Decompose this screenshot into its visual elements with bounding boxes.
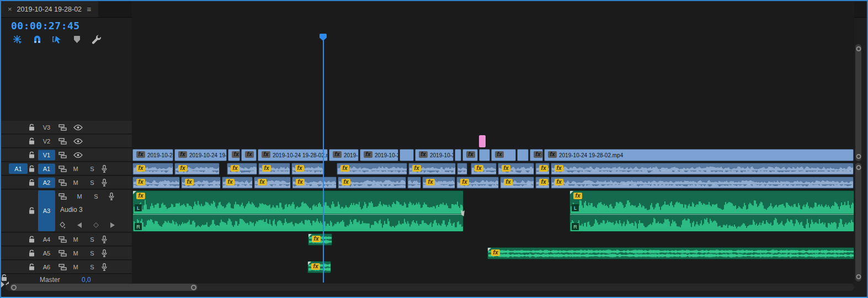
solo-button[interactable]: S	[88, 264, 96, 270]
fx-badge[interactable]: fx	[333, 151, 342, 158]
fx-badge[interactable]: fx	[232, 151, 240, 158]
lane-a5[interactable]: fx	[132, 247, 854, 260]
snap-magnet-icon[interactable]	[32, 34, 42, 44]
v1-clip[interactable]	[479, 149, 490, 161]
scrollbar-handle[interactable]	[856, 274, 861, 279]
sync-lock-icon[interactable]	[58, 179, 67, 186]
a1-clip[interactable]: fx	[471, 163, 497, 175]
solo-button[interactable]: S	[92, 193, 100, 200]
v1-clip[interactable]: fx2019-1	[329, 149, 359, 161]
a3-clip[interactable]: LRfx	[569, 190, 854, 232]
fx-badge[interactable]: fx	[539, 179, 548, 185]
a2-clip[interactable]: fx	[292, 177, 337, 189]
sync-lock-icon[interactable]	[58, 166, 67, 172]
toggle-track-output-eye-icon[interactable]	[73, 152, 83, 158]
a1-clip[interactable]	[457, 163, 467, 175]
current-timecode[interactable]: 00:00:27:45	[11, 20, 80, 31]
source-patch-button[interactable]: A1	[9, 163, 28, 174]
a2-clip[interactable]: fx	[456, 177, 499, 189]
a2-clip[interactable]: fx	[422, 177, 455, 189]
lock-icon[interactable]	[29, 179, 35, 186]
fx-badge[interactable]: fx	[419, 151, 428, 158]
track-name-button[interactable]: V2	[38, 136, 55, 146]
zoom-handle-right[interactable]	[191, 285, 196, 290]
fx-badge[interactable]: fx	[295, 165, 304, 172]
sync-lock-icon[interactable]	[58, 264, 67, 270]
scrollbar-handle[interactable]	[856, 46, 861, 51]
fx-badge[interactable]: fx	[296, 179, 305, 185]
sync-lock-icon[interactable]	[58, 193, 67, 200]
v1-clip[interactable]: fx2019-10-24 1	[360, 149, 398, 161]
a2-clip[interactable]: fx	[338, 177, 406, 189]
fx-badge[interactable]: fx	[555, 179, 563, 185]
add-keyframe-icon[interactable]	[93, 222, 99, 228]
v2-clip[interactable]	[479, 135, 486, 147]
a2-clip[interactable]: fx	[132, 177, 180, 189]
voiceover-mic-icon[interactable]	[102, 179, 107, 187]
v1-clip[interactable]: fx2019-10-24	[415, 149, 454, 161]
sync-lock-icon[interactable]	[58, 124, 67, 131]
a1-clip[interactable]: fx	[291, 163, 324, 175]
mute-button[interactable]: M	[72, 264, 79, 270]
lock-icon[interactable]	[29, 236, 35, 243]
fx-badge[interactable]: fx	[340, 165, 349, 172]
sync-lock-icon[interactable]	[58, 250, 67, 257]
audio-tracks-scrollbar[interactable]	[855, 163, 861, 281]
zoom-handle-left[interactable]	[11, 285, 17, 290]
horizontal-scrollbar[interactable]	[10, 284, 198, 291]
fx-badge[interactable]: fx	[460, 179, 469, 185]
a1-clip[interactable]: fx	[258, 163, 290, 175]
v1-clip[interactable]: fx	[491, 149, 516, 161]
a4-clip[interactable]: fx	[308, 233, 332, 246]
fx-badge[interactable]: fx	[178, 151, 187, 158]
lane-v1[interactable]: fx2019-10-24 1fx2019-10-24 19-28-fxfxfx2…	[132, 148, 854, 162]
v1-clip[interactable]	[455, 149, 461, 161]
fx-badge[interactable]: fx	[504, 179, 513, 185]
track-name-button[interactable]: A1	[38, 163, 55, 174]
v1-clip[interactable]: fx2019-10-24 19-28-02.mp4	[258, 149, 328, 161]
a1-clip[interactable]: fx	[132, 163, 173, 175]
sync-lock-icon[interactable]	[58, 236, 67, 243]
fx-badge[interactable]: fx	[231, 165, 239, 172]
fx-badge[interactable]: fx	[262, 151, 270, 158]
a2-clip[interactable]: fx	[181, 177, 221, 189]
lane-a1[interactable]: fxfxfxfxfxfxfxfxfxfxfx	[132, 162, 854, 175]
v1-clip[interactable]: fx2019-10-24 19-28-	[174, 149, 227, 161]
a6-clip[interactable]: fx	[307, 261, 331, 273]
voiceover-mic-icon[interactable]	[102, 165, 107, 173]
lane-a2[interactable]: fxfxfxfxfxfxfxfxfxfxfx	[132, 176, 854, 189]
fx-badge[interactable]: fx	[555, 165, 563, 172]
fx-badge[interactable]: fx	[342, 179, 350, 185]
timeline-settings-wrench-icon[interactable]	[92, 34, 102, 44]
voiceover-mic-icon[interactable]	[102, 236, 107, 243]
sequence-tab-title[interactable]: 2019-10-24 19-28-02	[17, 6, 82, 13]
lane-v2[interactable]	[132, 135, 854, 148]
fx-badge[interactable]: fx	[548, 151, 557, 158]
keyframe-toggle-icon[interactable]	[60, 222, 66, 228]
lock-icon[interactable]	[1, 274, 132, 281]
mute-button[interactable]: M	[72, 250, 79, 257]
lane-a6[interactable]: fx	[132, 260, 854, 274]
a2-clip[interactable]	[407, 177, 421, 189]
a1-clip[interactable]: fx	[337, 163, 407, 175]
toggle-track-output-eye-icon[interactable]	[73, 125, 83, 130]
fx-badge[interactable]: fx	[364, 151, 372, 158]
fx-badge[interactable]: fx	[495, 151, 504, 158]
track-name-button[interactable]: V3	[38, 122, 55, 132]
fx-badge[interactable]: fx	[475, 165, 483, 172]
a2-clip[interactable]: fx	[535, 177, 550, 189]
lane-a4[interactable]: fx	[132, 233, 854, 246]
a1-clip[interactable]: fx	[174, 163, 220, 175]
video-tracks-scrollbar[interactable]	[855, 44, 861, 161]
a3-clip[interactable]: LRfx	[132, 190, 464, 232]
fx-badge[interactable]: fx	[258, 179, 267, 185]
fx-badge[interactable]: fx	[136, 151, 145, 158]
timeline-clip-area[interactable]: fx2019-10-24 1fx2019-10-24 19-28-fxfxfx2…	[132, 1, 854, 283]
fx-badge[interactable]: fx	[539, 165, 548, 172]
mute-button[interactable]: M	[76, 193, 83, 200]
scrollbar-handle[interactable]	[856, 154, 861, 159]
v1-clip[interactable]: fx	[228, 149, 240, 161]
a2-clip[interactable]: fx	[551, 177, 854, 189]
mute-button[interactable]: M	[72, 166, 79, 172]
track-name-button[interactable]: V1	[38, 150, 55, 160]
